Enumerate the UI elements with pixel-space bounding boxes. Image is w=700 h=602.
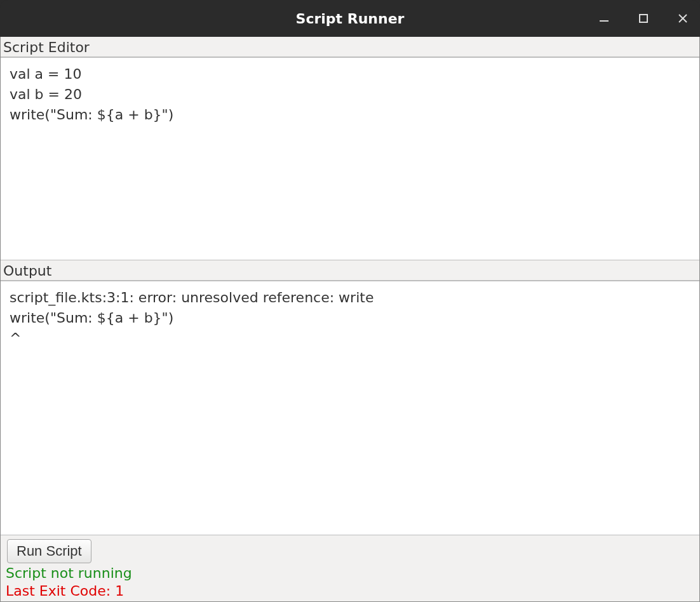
output-text: script_file.kts:3:1: error: unresolved r… — [1, 281, 699, 535]
minimize-icon — [598, 13, 610, 24]
output-panel: Output script_file.kts:3:1: error: unres… — [1, 260, 699, 535]
close-icon — [678, 13, 688, 23]
run-script-button[interactable]: Run Script — [7, 539, 91, 563]
close-button[interactable] — [672, 8, 694, 29]
window-controls — [593, 0, 694, 37]
client-area: Script Editor Output script_file.kts:3:1… — [0, 37, 700, 602]
titlebar: Script Runner — [0, 0, 700, 37]
maximize-icon — [638, 13, 649, 23]
script-editor-input[interactable] — [1, 57, 699, 260]
script-editor-label: Script Editor — [1, 37, 699, 57]
svg-rect-1 — [640, 15, 647, 22]
script-running-status: Script not running — [4, 565, 696, 582]
exit-code-status: Last Exit Code: 1 — [4, 582, 696, 600]
maximize-button[interactable] — [633, 8, 654, 29]
minimize-button[interactable] — [593, 8, 615, 29]
script-editor-panel: Script Editor — [1, 37, 699, 260]
app-window: Script Runner Script Editor — [0, 0, 700, 602]
bottom-bar: Run Script Script not running Last Exit … — [1, 535, 699, 601]
output-label: Output — [1, 260, 699, 281]
